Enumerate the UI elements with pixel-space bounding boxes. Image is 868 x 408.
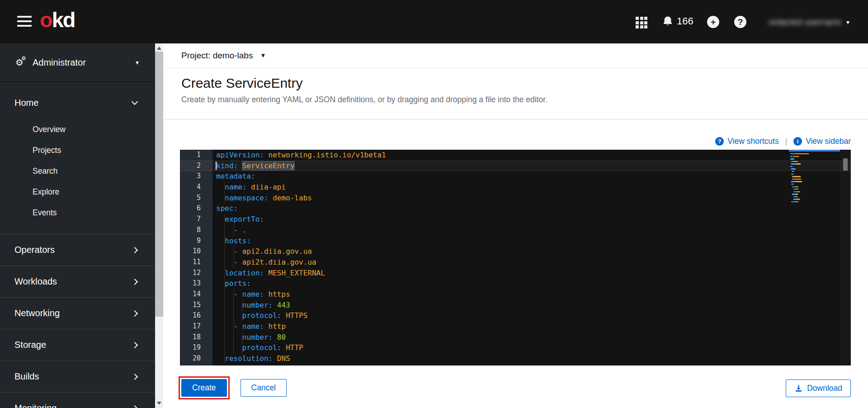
code-line-18[interactable]: 18 number: 80 (180, 332, 851, 343)
code-text: - api2.diia.gov.ua (212, 246, 312, 257)
indent-guide (242, 332, 242, 343)
app-launcher-icon[interactable] (636, 17, 647, 28)
create-button[interactable]: Create (181, 379, 227, 397)
code-line-14[interactable]: 14 - name: https (180, 289, 851, 300)
sidebar-item-projects[interactable]: Projects (0, 140, 155, 161)
indent-guide (224, 193, 225, 204)
code-line-1[interactable]: 1apiVersion: networking.istio.io/v1beta1 (180, 150, 851, 161)
code-line-5[interactable]: 5 namespace: demo-labs (180, 193, 851, 204)
indent-guide (224, 310, 225, 321)
sidebar-item-storage[interactable]: Storage (0, 329, 155, 361)
code-line-10[interactable]: 10 - api2.diia.gov.ua (180, 246, 851, 257)
minimap-highlight-band (789, 150, 840, 152)
text-cursor (216, 161, 217, 171)
code-line-12[interactable]: 12 location: MESH_EXTERNAL (180, 268, 851, 279)
code-line-3[interactable]: 3metadata: (180, 171, 851, 182)
line-number: 13 (180, 278, 212, 289)
indent-guide (233, 225, 234, 236)
page-subtitle: Create by manually entering YAML or JSON… (181, 95, 850, 104)
code-line-19[interactable]: 19 protocol: HTTP (180, 342, 851, 353)
editor-scrollbar[interactable] (840, 150, 851, 365)
perspective-switcher[interactable]: ⚙⚙ Administrator ▾ (0, 43, 155, 82)
minimap[interactable] (789, 150, 840, 365)
chevron-right-icon (132, 247, 138, 253)
code-text: - . (212, 225, 246, 236)
line-number: 10 (180, 246, 212, 257)
project-selector[interactable]: Project: demo-labs ▼ (181, 51, 266, 61)
code-text: protocol: HTTPS (212, 310, 307, 321)
sidebar-item-home[interactable]: Home (0, 88, 155, 117)
sidebar-item-networking[interactable]: Networking (0, 297, 155, 329)
yaml-editor[interactable]: 1apiVersion: networking.istio.io/v1beta1… (180, 150, 851, 365)
line-number: 12 (180, 268, 212, 279)
sidebar-item-operators[interactable]: Operators (0, 234, 155, 266)
info-circle-icon: i (793, 137, 802, 146)
annotation-highlight: Create (179, 376, 230, 399)
sidebar-scrollbar[interactable] (155, 43, 163, 408)
code-line-13[interactable]: 13 ports: (180, 278, 851, 289)
view-shortcuts-label: View shortcuts (727, 137, 778, 146)
sidebar-item-overview[interactable]: Overview (0, 119, 155, 140)
masthead: okd 166 + ? redacted username ▾ (0, 0, 868, 43)
okd-logo[interactable]: okd (40, 7, 75, 32)
code-line-8[interactable]: 8 - . (180, 225, 851, 236)
nav-sections: OperatorsWorkloadsNetworkingStorageBuild… (0, 234, 155, 408)
sidebar-item-search[interactable]: Search (0, 161, 155, 181)
caret-down-icon: ▾ (846, 19, 849, 26)
line-number: 16 (180, 310, 212, 321)
code-line-11[interactable]: 11 - api2t.diia.gov.ua (180, 257, 851, 268)
indent-guide (224, 236, 225, 247)
scrollbar-up-arrow-icon[interactable] (157, 47, 161, 50)
view-sidebar-link[interactable]: i View sidebar (793, 137, 851, 146)
download-button[interactable]: Download (786, 380, 851, 397)
code-line-6[interactable]: 6spec: (180, 203, 851, 214)
form-actions: Create Cancel (179, 376, 287, 399)
scrollbar-thumb[interactable] (155, 52, 163, 317)
cancel-button[interactable]: Cancel (241, 379, 287, 397)
menu-toggle-icon[interactable] (17, 16, 32, 28)
code-line-20[interactable]: 20 resolution: DNS (180, 353, 851, 364)
caret-down-icon: ▾ (136, 59, 139, 66)
view-shortcuts-link[interactable]: ? View shortcuts (715, 137, 778, 146)
line-number: 5 (180, 193, 212, 204)
scrollbar-down-arrow-icon[interactable] (157, 402, 161, 405)
help-icon[interactable]: ? (734, 16, 746, 28)
indent-guide (224, 257, 225, 268)
caret-down-icon: ▼ (260, 52, 266, 59)
code-line-7[interactable]: 7 exportTo: (180, 214, 851, 225)
sidebar-item-events[interactable]: Events (0, 202, 155, 223)
line-number: 11 (180, 257, 212, 268)
project-selector-label: Project: demo-labs (181, 51, 253, 61)
minimap-lines (789, 153, 840, 202)
code-line-16[interactable]: 16 protocol: HTTPS (180, 310, 851, 321)
sidebar-item-workloads[interactable]: Workloads (0, 266, 155, 297)
download-icon (794, 384, 803, 393)
sidebar-item-label: Storage (14, 340, 132, 350)
user-menu[interactable]: redacted username ▾ (769, 17, 849, 27)
code-line-15[interactable]: 15 number: 443 (180, 300, 851, 311)
notification-badge[interactable]: 166 (662, 15, 693, 27)
project-bar: Project: demo-labs ▼ (163, 43, 868, 68)
indent-guide (224, 332, 225, 343)
editor-scrollbar-thumb[interactable] (843, 158, 848, 171)
code-line-2[interactable]: 2kind: ServiceEntry (180, 161, 851, 171)
indent-guide (242, 300, 242, 311)
code-line-9[interactable]: 9 hosts: (180, 236, 851, 247)
import-yaml-plus-icon[interactable]: + (707, 16, 719, 28)
line-number: 8 (180, 225, 212, 236)
code-line-17[interactable]: 17 - name: http (180, 321, 851, 332)
indent-guide (233, 300, 234, 311)
code-line-4[interactable]: 4 name: diia-api (180, 182, 851, 193)
code-text: spec: (212, 203, 238, 214)
code-text: ports: (212, 278, 251, 289)
sidebar-item-builds[interactable]: Builds (0, 361, 155, 392)
sidebar-item-monitoring[interactable]: Monitoring (0, 392, 155, 408)
indent-guide (233, 246, 234, 257)
indent-guide (233, 257, 234, 268)
sidebar-item-explore[interactable]: Explore (0, 181, 155, 202)
indent-guide (233, 332, 234, 343)
sidebar-nav: ⚙⚙ Administrator ▾ Home OverviewProjects… (0, 43, 155, 408)
editor-links: ? View shortcuts | i View sidebar (715, 137, 851, 146)
chevron-right-icon (132, 278, 138, 285)
code-text: protocol: HTTP (212, 342, 303, 353)
